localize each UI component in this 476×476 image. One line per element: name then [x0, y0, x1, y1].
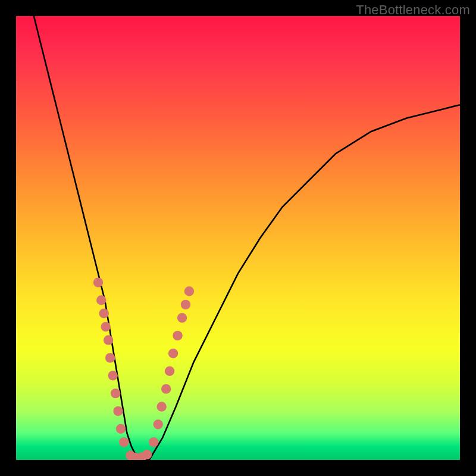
- highlight-dot: [173, 331, 182, 340]
- watermark-text: TheBottleneck.com: [356, 2, 470, 18]
- highlight-dot: [168, 349, 178, 358]
- highlight-dot: [116, 424, 126, 434]
- chart-plot-area: [16, 16, 460, 460]
- highlight-dot: [181, 300, 190, 309]
- highlight-dot: [105, 353, 115, 362]
- highlight-dot: [149, 437, 158, 447]
- highlight-dot: [93, 277, 103, 287]
- highlight-dot: [96, 295, 106, 305]
- chart-svg: [16, 16, 460, 460]
- highlight-dot: [154, 419, 163, 429]
- highlight-dot: [104, 335, 113, 345]
- highlight-dot: [119, 437, 129, 447]
- highlight-dot: [99, 309, 109, 318]
- highlight-dot: [165, 367, 174, 376]
- highlight-dot: [142, 450, 152, 459]
- highlight-dots: [93, 277, 194, 460]
- highlight-dot: [111, 389, 120, 398]
- chart-frame: TheBottleneck.com: [0, 0, 476, 476]
- highlight-dot: [156, 402, 166, 411]
- highlight-dot: [184, 286, 194, 296]
- highlight-dot: [108, 371, 117, 380]
- highlight-dot: [161, 384, 171, 393]
- highlight-dot: [101, 322, 110, 331]
- highlight-dot: [177, 313, 187, 322]
- bottleneck-curve: [34, 16, 460, 460]
- highlight-dot: [113, 406, 123, 416]
